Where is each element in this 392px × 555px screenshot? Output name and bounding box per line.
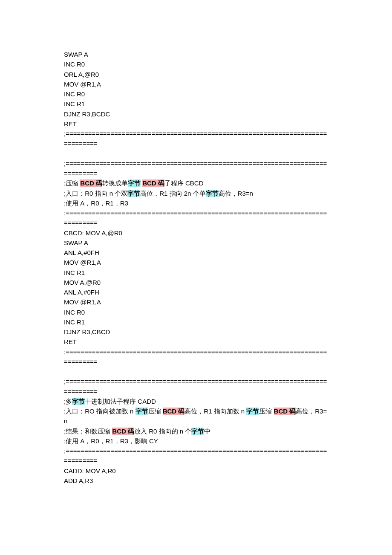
code-text: 放入 R0 指向的 n 个	[134, 428, 191, 435]
code-text: INC R0	[64, 61, 85, 68]
highlighted-text: 字节	[206, 190, 219, 197]
code-text: INC R1	[64, 100, 85, 107]
code-text: ANL A,#0FH	[64, 249, 99, 256]
code-line: ;=======================================…	[64, 208, 328, 228]
code-listing: SWAP AINC R0ORL A,@R0MOV @R1,AINC R0INC …	[64, 49, 328, 486]
code-text	[64, 368, 66, 375]
code-line: INC R1	[64, 317, 328, 327]
code-text: ANL A,#0FH	[64, 289, 99, 296]
document-page: SWAP AINC R0ORL A,@R0MOV @R1,AINC R0INC …	[0, 0, 392, 537]
code-line: MOV A,@R0	[64, 278, 328, 287]
code-line: MOV @R1,A	[64, 79, 328, 89]
code-line: RET	[64, 337, 328, 347]
code-text: ;结果：和数压缩	[64, 428, 112, 435]
code-text: INC R1	[64, 318, 85, 326]
code-text: ;多	[64, 398, 72, 405]
code-text: ;使用 A，R0，R1，R3，影响 CY	[64, 437, 158, 445]
code-text: INC R0	[64, 309, 85, 316]
code-line: SWAP A	[64, 49, 328, 59]
code-line: DJNZ R3,BCDC	[64, 109, 328, 119]
code-text: MOV A,@R0	[64, 279, 101, 286]
code-line: ANL A,#0FH	[64, 287, 328, 297]
code-line: INC R1	[64, 99, 328, 109]
code-line: ;=======================================…	[64, 129, 328, 149]
code-line: ;入口：R0 指向 n 个双字节高位，R1 指向 2n 个单字节高位，R3=n	[64, 188, 328, 198]
code-line: ;使用 A，R0，R1，R3，影响 CY	[64, 436, 328, 446]
code-text	[64, 150, 66, 157]
code-text: ;使用 A，R0，R1，R3	[64, 199, 128, 207]
code-text: 压缩	[259, 408, 274, 415]
code-text: 转换成单	[102, 179, 128, 187]
code-line: RET	[64, 119, 328, 129]
code-line: ;=======================================…	[64, 347, 328, 367]
highlighted-text: 字节	[191, 428, 204, 435]
highlighted-text: BCD 码	[142, 179, 164, 187]
code-text: INC R0	[64, 90, 85, 98]
code-text: 高位，R1 指向 2n 个单	[140, 190, 205, 197]
code-text: RET	[64, 120, 77, 127]
code-text: ;=======================================…	[64, 447, 327, 464]
code-line: CADD: MOV A,R0	[64, 466, 328, 476]
code-line	[64, 149, 328, 159]
code-text: MOV @R1,A	[64, 259, 101, 266]
code-line: INC R0	[64, 59, 328, 69]
code-text: ;=======================================…	[64, 378, 327, 395]
code-text: 高位，R3=n	[219, 190, 253, 197]
highlighted-text: BCD 码	[163, 408, 185, 415]
highlighted-text: BCD 码	[112, 428, 134, 435]
highlighted-text: BCD 码	[274, 408, 296, 415]
code-text: INC R1	[64, 269, 85, 276]
code-text: 中	[204, 428, 210, 435]
code-text: MOV @R1,A	[64, 298, 101, 306]
code-line: INC R1	[64, 268, 328, 278]
code-text: RET	[64, 338, 77, 345]
code-line: INC R0	[64, 89, 328, 99]
code-line: CBCD: MOV A,@R0	[64, 228, 328, 238]
code-text: ;入口：R0 指向 n 个双	[64, 190, 127, 197]
code-text: DJNZ R3,CBCD	[64, 328, 110, 335]
code-text: ;=======================================…	[64, 209, 327, 226]
code-line: INC R0	[64, 307, 328, 317]
code-text: ;=======================================…	[64, 130, 327, 147]
code-line: ADD A,R3	[64, 476, 328, 486]
code-line: SWAP A	[64, 238, 328, 248]
code-line: ;压缩 BCD 码转换成单字节 BCD 码子程序 CBCD	[64, 178, 328, 188]
code-text: 子程序 CBCD	[164, 179, 204, 187]
code-text: MOV @R1,A	[64, 81, 101, 88]
code-text: SWAP A	[64, 51, 88, 58]
code-line: ;=======================================…	[64, 446, 328, 466]
highlighted-text: 字节	[135, 408, 148, 415]
code-line: ORL A,@R0	[64, 69, 328, 79]
code-text: ;压缩	[64, 179, 80, 187]
code-line: ANL A,#0FH	[64, 248, 328, 257]
code-text: ;=======================================…	[64, 348, 327, 365]
code-text: CBCD: MOV A,@R0	[64, 229, 122, 237]
code-line: ;=======================================…	[64, 376, 328, 396]
code-line: ;使用 A，R0，R1，R3	[64, 198, 328, 208]
code-line: ;入口：RO 指向被加数 n 字节压缩 BCD 码高位，R1 指向加数 n 字节…	[64, 406, 328, 426]
code-text: ;=======================================…	[64, 160, 327, 177]
code-text: ;入口：RO 指向被加数 n	[64, 408, 135, 415]
code-line: MOV @R1,A	[64, 297, 328, 307]
code-text: 高位，R1 指向加数 n	[184, 408, 246, 415]
code-line: ;多字节十进制加法子程序 CADD	[64, 396, 328, 406]
code-text: 压缩	[148, 408, 163, 415]
highlighted-text: 字节	[127, 190, 140, 197]
highlighted-text: BCD 码	[80, 179, 102, 187]
code-line: DJNZ R3,CBCD	[64, 327, 328, 337]
code-text: 十进制加法子程序 CADD	[85, 398, 156, 405]
highlighted-text: 字节	[128, 179, 141, 187]
code-line	[64, 367, 328, 376]
code-text: SWAP A	[64, 239, 88, 246]
highlighted-text: 字节	[72, 398, 85, 405]
highlighted-text: 字节	[246, 408, 259, 415]
code-text: ORL A,@R0	[64, 71, 99, 78]
code-text: ADD A,R3	[64, 477, 93, 484]
code-line: MOV @R1,A	[64, 257, 328, 267]
code-line: ;=======================================…	[64, 159, 328, 179]
code-line: ;结果：和数压缩 BCD 码放入 R0 指向的 n 个字节中	[64, 426, 328, 436]
code-text: CADD: MOV A,R0	[64, 467, 116, 474]
code-text: DJNZ R3,BCDC	[64, 110, 110, 118]
